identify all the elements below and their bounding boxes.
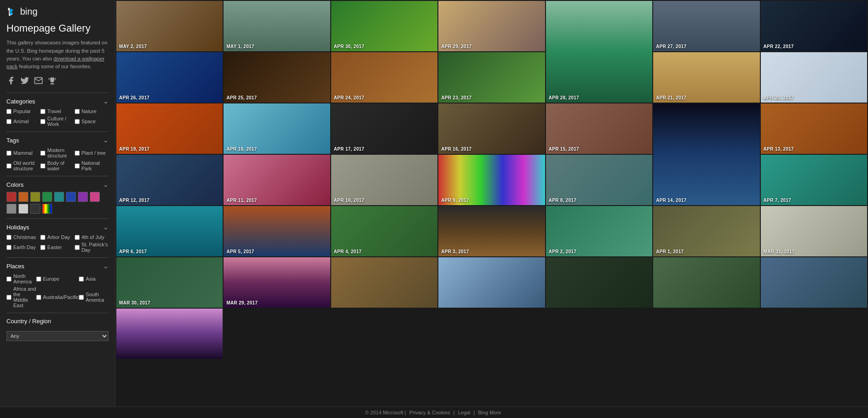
gallery-item[interactable] bbox=[761, 257, 867, 308]
gallery-item[interactable]: APR 3, 2017 bbox=[438, 206, 545, 256]
gallery-item[interactable] bbox=[116, 309, 223, 359]
gallery-item[interactable] bbox=[331, 257, 437, 308]
holiday-earth[interactable]: Earth Day bbox=[6, 242, 40, 253]
category-culture[interactable]: Culture / Work bbox=[40, 116, 74, 127]
gallery-item[interactable]: APR 4, 2017 bbox=[331, 206, 437, 256]
gallery-item[interactable]: APR 27, 2017 bbox=[653, 1, 759, 51]
place-asia[interactable]: Asia bbox=[79, 273, 109, 284]
tag-body-water[interactable]: Body of water bbox=[40, 160, 74, 171]
tags-header[interactable]: Tags ⌄ bbox=[6, 136, 109, 144]
gallery-item[interactable]: APR 28, 2017 bbox=[546, 1, 652, 103]
gallery-item[interactable]: APR 2, 2017 bbox=[546, 206, 652, 256]
color-multi[interactable] bbox=[42, 204, 52, 214]
gallery-item[interactable]: APR 30, 2017 bbox=[331, 1, 437, 51]
categories-title: Categories bbox=[6, 98, 35, 105]
colors-header[interactable]: Colors ⌄ bbox=[6, 181, 109, 188]
wallpaper-link[interactable]: download a wallpaper pack bbox=[6, 56, 104, 69]
color-pink[interactable] bbox=[90, 192, 100, 202]
places-header[interactable]: Places ⌄ bbox=[6, 262, 109, 270]
color-purple[interactable] bbox=[78, 192, 88, 202]
holidays-header[interactable]: Holidays ⌄ bbox=[6, 223, 109, 231]
date-label: APR 22, 2017 bbox=[764, 44, 794, 49]
holiday-easter[interactable]: Easter bbox=[40, 242, 74, 253]
gallery-item[interactable] bbox=[438, 257, 545, 308]
place-africa[interactable]: Africa and the Middle East bbox=[6, 286, 36, 308]
footer-bing-more[interactable]: Bing More bbox=[478, 410, 501, 415]
tag-old-world[interactable]: Old world structure bbox=[6, 160, 40, 171]
gallery-item[interactable]: APR 1, 2017 bbox=[653, 206, 759, 256]
twitter-icon[interactable] bbox=[20, 76, 29, 85]
gallery-item[interactable] bbox=[546, 257, 652, 308]
gallery-item[interactable]: APR 11, 2017 bbox=[224, 155, 330, 205]
place-north-america[interactable]: North America bbox=[6, 273, 36, 284]
footer-legal[interactable]: Legal bbox=[458, 410, 470, 415]
gallery-item[interactable]: APR 8, 2017 bbox=[546, 155, 652, 205]
trophy-icon[interactable] bbox=[48, 76, 57, 85]
country-select[interactable]: Any bbox=[6, 331, 109, 341]
gallery-item[interactable]: APR 7, 2017 bbox=[761, 155, 867, 205]
gallery-item[interactable]: APR 13, 2017 bbox=[761, 103, 867, 154]
category-travel[interactable]: Travel bbox=[40, 109, 74, 114]
gallery-item[interactable]: MAY 2, 2017 bbox=[116, 1, 223, 51]
holiday-christmas[interactable]: Christmas bbox=[6, 234, 40, 240]
gallery-item[interactable]: MAR 31, 2017 bbox=[761, 206, 867, 256]
gallery-image bbox=[546, 1, 652, 103]
color-blue[interactable] bbox=[66, 192, 76, 202]
gallery-item[interactable] bbox=[653, 257, 759, 308]
tag-modern-structure[interactable]: Modern structure bbox=[40, 147, 74, 158]
gallery-item[interactable]: APR 21, 2017 bbox=[653, 52, 759, 103]
place-south-america[interactable]: South America bbox=[79, 286, 109, 308]
gallery-item[interactable]: APR 18, 2017 bbox=[224, 103, 330, 154]
gallery-item[interactable]: APR 12, 2017 bbox=[116, 155, 223, 205]
place-europe[interactable]: Europe bbox=[36, 273, 79, 284]
categories-header[interactable]: Categories ⌄ bbox=[6, 98, 109, 105]
gallery-item[interactable]: APR 5, 2017 bbox=[224, 206, 330, 256]
gallery-item[interactable]: APR 24, 2017 bbox=[331, 52, 437, 103]
footer: © 2014 Microsoft | Privacy & Cookies | L… bbox=[0, 407, 868, 418]
category-nature[interactable]: Nature bbox=[75, 109, 109, 114]
holiday-4th[interactable]: 4th of July bbox=[75, 234, 109, 240]
color-olive[interactable] bbox=[30, 192, 40, 202]
gallery-item[interactable]: APR 26, 2017 bbox=[116, 52, 223, 103]
tag-national-park[interactable]: National Park bbox=[75, 160, 109, 171]
gallery-item[interactable]: APR 17, 2017 bbox=[331, 103, 437, 154]
gallery-item[interactable]: APR 15, 2017 bbox=[546, 103, 652, 154]
gallery-item[interactable]: APR 20, 2017 bbox=[761, 52, 867, 103]
gallery-item[interactable]: APR 22, 2017 bbox=[761, 1, 867, 51]
color-green[interactable] bbox=[42, 192, 52, 202]
gallery-item[interactable]: APR 19, 2017 bbox=[116, 103, 223, 154]
date-label: MAR 30, 2017 bbox=[119, 300, 150, 305]
gallery-item[interactable]: MAR 29, 2017 bbox=[224, 257, 330, 308]
color-orange[interactable] bbox=[18, 192, 28, 202]
color-black[interactable] bbox=[30, 204, 40, 214]
gallery-image bbox=[653, 257, 759, 308]
gallery-item[interactable]: APR 9, 2017 bbox=[438, 155, 545, 205]
color-red[interactable] bbox=[6, 192, 16, 202]
gallery-item[interactable]: MAY 1, 2017 bbox=[224, 1, 330, 51]
date-label: APR 21, 2017 bbox=[656, 95, 686, 100]
facebook-icon[interactable] bbox=[6, 76, 16, 85]
footer-privacy[interactable]: Privacy & Cookies bbox=[409, 410, 450, 415]
category-popular[interactable]: Popular bbox=[6, 109, 40, 114]
gallery-item[interactable]: APR 16, 2017 bbox=[438, 103, 545, 154]
category-animal[interactable]: Animal bbox=[6, 116, 40, 127]
color-white[interactable] bbox=[18, 204, 28, 214]
gallery-item[interactable]: APR 23, 2017 bbox=[438, 52, 545, 103]
gallery-item[interactable]: APR 29, 2017 bbox=[438, 1, 545, 51]
gallery-item[interactable]: APR 10, 2017 bbox=[331, 155, 437, 205]
tag-mammal[interactable]: Mammal bbox=[6, 147, 40, 158]
gallery-item[interactable]: APR 25, 2017 bbox=[224, 52, 330, 103]
color-gray[interactable] bbox=[6, 204, 16, 214]
colors-section: Colors ⌄ bbox=[6, 176, 109, 214]
category-space[interactable]: Space bbox=[75, 116, 109, 127]
holiday-stpatricks[interactable]: St. Patrick's Day bbox=[75, 242, 109, 253]
gallery-item[interactable]: MAR 30, 2017 bbox=[116, 257, 223, 308]
holiday-arbor[interactable]: Arbor Day bbox=[40, 234, 74, 240]
place-australia[interactable]: Australia/Pacific bbox=[36, 286, 79, 308]
color-teal[interactable] bbox=[54, 192, 64, 202]
gallery-item[interactable]: APR 14, 2017 bbox=[653, 103, 759, 205]
email-icon[interactable] bbox=[34, 76, 43, 85]
tag-plant-tree[interactable]: Plant / tree bbox=[75, 147, 109, 158]
places-arrow: ⌄ bbox=[103, 262, 109, 270]
gallery-item[interactable]: APR 6, 2017 bbox=[116, 206, 223, 256]
